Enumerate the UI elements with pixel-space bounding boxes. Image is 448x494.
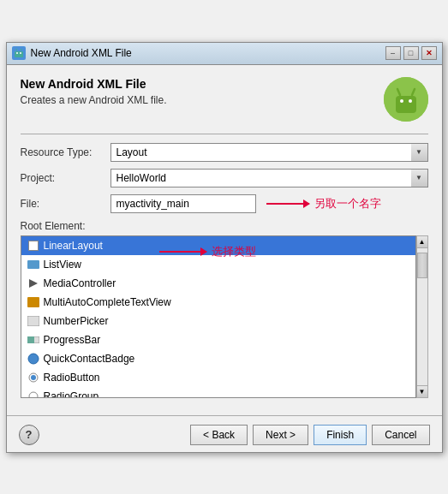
title-bar: New Android XML File – □ ✕ <box>7 43 442 65</box>
svg-point-8 <box>409 99 412 103</box>
scrollbar[interactable]: ▲ ▼ <box>416 235 428 398</box>
scroll-up-button[interactable]: ▲ <box>417 236 427 248</box>
header-text: New Android XML File Creates a new Andro… <box>21 77 167 106</box>
next-button[interactable]: Next > <box>253 425 308 445</box>
list-item-label: LinearLayout <box>44 240 103 252</box>
root-element-label: Root Element: <box>21 220 428 232</box>
resource-type-label: Resource Type: <box>21 146 111 158</box>
project-select-wrap: HelloWorld ▼ <box>111 169 428 187</box>
project-control: HelloWorld ▼ <box>111 169 428 187</box>
svg-point-16 <box>28 354 39 364</box>
element-list[interactable]: LinearLayout ListView MediaController <box>21 235 416 398</box>
project-select[interactable]: HelloWorld <box>111 169 428 187</box>
list-item[interactable]: ProgressBar <box>21 330 415 349</box>
header-section: New Android XML File Creates a new Andro… <box>21 77 428 122</box>
root-element-text: Root Element: <box>21 220 86 232</box>
dialog-subtitle: Creates a new Android XML file. <box>21 94 167 106</box>
media-icon <box>27 277 40 290</box>
number-icon <box>27 314 40 328</box>
list-item-label: ListView <box>44 259 81 271</box>
list-item-label: RadioButton <box>44 372 100 384</box>
footer-left: ? <box>19 425 39 445</box>
file-row: File: 另取一个名字 <box>21 194 428 213</box>
help-button[interactable]: ? <box>19 425 39 445</box>
maximize-button[interactable]: □ <box>403 46 419 60</box>
list-item[interactable]: RadioButton <box>21 368 415 387</box>
dialog-title: New Android XML File <box>21 77 167 91</box>
project-row: Project: HelloWorld ▼ <box>21 169 428 187</box>
back-button[interactable]: < Back <box>190 425 248 445</box>
resource-type-row: Resource Type: Layout Animation Color Dr… <box>21 143 428 162</box>
title-bar-text: New Android XML File <box>31 47 385 59</box>
svg-point-1 <box>16 52 18 54</box>
annotation-text-2: 选择类型 <box>212 244 256 259</box>
svg-rect-0 <box>15 51 23 57</box>
svg-point-18 <box>31 375 36 380</box>
list-item[interactable]: MediaController <box>21 274 415 293</box>
radio-icon <box>27 371 40 384</box>
annotation-2-container: 选择类型 <box>159 244 256 259</box>
quick-icon <box>27 352 40 366</box>
header-divider <box>21 134 428 134</box>
checkbox-icon <box>27 239 40 253</box>
scroll-thumb[interactable] <box>417 253 427 278</box>
finish-button[interactable]: Finish <box>314 425 367 445</box>
list-item[interactable]: RadioGroup <box>21 387 415 398</box>
cancel-button[interactable]: Cancel <box>372 425 429 445</box>
resource-type-select[interactable]: Layout Animation Color Drawable Menu Val… <box>111 143 428 162</box>
dialog-content: New Android XML File Creates a new Andro… <box>7 65 442 407</box>
list-item-label: RadioGroup <box>44 390 99 398</box>
svg-rect-13 <box>27 316 39 326</box>
title-bar-icon <box>12 46 26 60</box>
resource-type-control: Layout Animation Color Drawable Menu Val… <box>111 143 428 162</box>
scroll-track <box>417 248 427 385</box>
list-item-label: ProgressBar <box>44 334 101 346</box>
list-item-label: MediaController <box>44 277 116 289</box>
dialog-footer: ? < Back Next > Finish Cancel <box>7 415 442 452</box>
close-button[interactable]: ✕ <box>421 46 437 60</box>
radiogroup-icon <box>27 390 40 398</box>
dialog-window: New Android XML File – □ ✕ New Android X… <box>6 42 443 453</box>
list-item-label: QuickContactBadge <box>44 353 135 365</box>
list-section: LinearLayout ListView MediaController <box>21 235 428 398</box>
list-item[interactable]: NumberPicker <box>21 312 415 330</box>
list-item[interactable]: QuickContactBadge <box>21 349 415 368</box>
svg-rect-6 <box>396 96 416 113</box>
svg-rect-12 <box>27 297 39 307</box>
android-logo <box>384 77 428 122</box>
list-item-label: NumberPicker <box>44 315 109 327</box>
resource-type-select-wrap: Layout Animation Color Drawable Menu Val… <box>111 143 428 162</box>
footer-buttons: < Back Next > Finish Cancel <box>190 425 429 445</box>
list-item-label: MultiAutoCompleteTextView <box>44 296 171 308</box>
svg-point-19 <box>29 392 38 398</box>
project-label: Project: <box>21 172 111 184</box>
list-item[interactable]: MultiAutoCompleteTextView <box>21 293 415 312</box>
svg-marker-11 <box>29 279 38 288</box>
scroll-down-button[interactable]: ▼ <box>417 385 427 397</box>
arrowhead-2 <box>200 247 207 256</box>
svg-rect-15 <box>27 336 34 343</box>
title-bar-buttons: – □ ✕ <box>385 46 437 60</box>
list-icon <box>27 258 40 271</box>
file-input[interactable] <box>111 194 256 213</box>
multi-icon <box>27 295 40 309</box>
file-label: File: <box>21 198 111 210</box>
arrow-line-1 <box>266 203 309 205</box>
svg-line-3 <box>16 49 17 51</box>
minimize-button[interactable]: – <box>385 46 401 60</box>
svg-line-4 <box>21 49 21 51</box>
svg-point-2 <box>20 52 21 54</box>
annotation-arrow-1: 另取一个名字 <box>266 196 381 211</box>
annotation-text-1: 另取一个名字 <box>314 196 381 211</box>
progress-icon <box>27 333 40 347</box>
svg-point-7 <box>400 99 403 103</box>
arrow-line-2 <box>159 251 206 253</box>
